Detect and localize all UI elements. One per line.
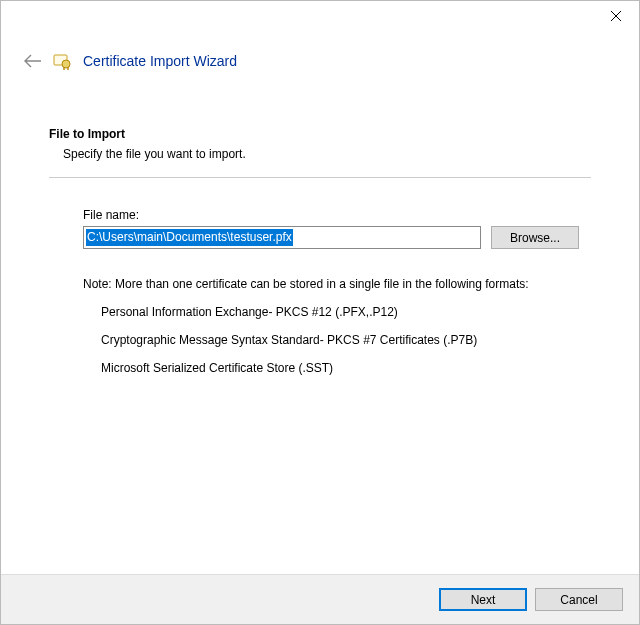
file-input-wrap: C:\Users\main\Documents\testuser.pfx (83, 226, 481, 249)
titlebar (1, 1, 639, 33)
back-button[interactable] (23, 51, 43, 71)
wizard-footer: Next Cancel (1, 574, 639, 624)
format-item: Personal Information Exchange- PKCS #12 … (101, 305, 591, 319)
file-name-input[interactable] (83, 226, 481, 249)
section-heading: File to Import (49, 127, 591, 141)
browse-button[interactable]: Browse... (491, 226, 579, 249)
certificate-icon (53, 52, 71, 70)
wizard-header: Certificate Import Wizard (1, 33, 639, 83)
divider (49, 177, 591, 178)
cancel-button[interactable]: Cancel (535, 588, 623, 611)
format-item: Microsoft Serialized Certificate Store (… (101, 361, 591, 375)
svg-point-1 (62, 60, 70, 68)
file-name-label: File name: (83, 208, 591, 222)
wizard-title: Certificate Import Wizard (83, 53, 237, 69)
format-item: Cryptographic Message Syntax Standard- P… (101, 333, 591, 347)
close-icon (611, 11, 621, 21)
file-row: C:\Users\main\Documents\testuser.pfx Bro… (83, 226, 591, 249)
back-arrow-icon (24, 54, 42, 68)
note-text: Note: More than one certificate can be s… (83, 277, 591, 291)
next-button[interactable]: Next (439, 588, 527, 611)
wizard-content: File to Import Specify the file you want… (1, 83, 639, 375)
section-subtext: Specify the file you want to import. (49, 147, 591, 161)
format-list: Personal Information Exchange- PKCS #12 … (83, 305, 591, 375)
close-button[interactable] (593, 1, 639, 31)
file-field-block: File name: C:\Users\main\Documents\testu… (49, 208, 591, 375)
